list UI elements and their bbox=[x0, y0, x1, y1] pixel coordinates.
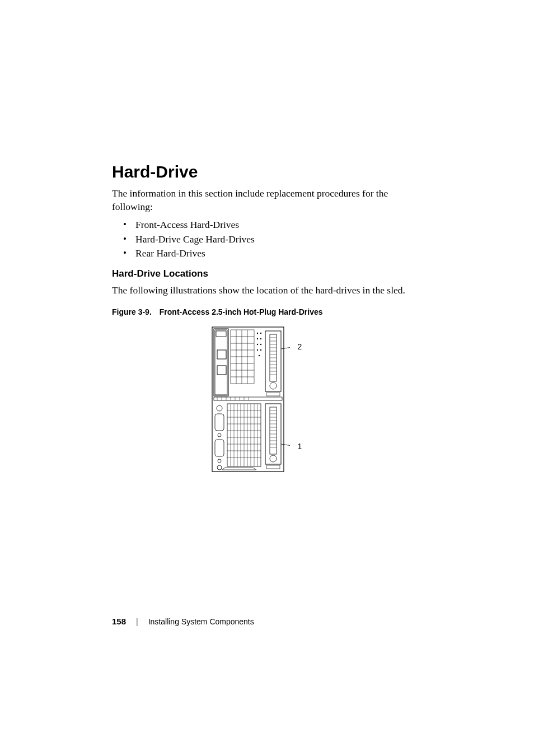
page: Hard-Drive The information in this secti… bbox=[0, 0, 534, 756]
svg-rect-2 bbox=[217, 350, 226, 359]
section-title: Installing System Components bbox=[148, 617, 254, 626]
svg-point-54 bbox=[217, 465, 222, 470]
list-item: Front-Access Hard-Drives bbox=[112, 218, 423, 232]
list-item: Rear Hard-Drives bbox=[112, 246, 423, 260]
content-area: Hard-Drive The information in this secti… bbox=[112, 162, 423, 475]
svg-point-20 bbox=[260, 344, 261, 345]
svg-point-38 bbox=[270, 382, 277, 389]
svg-rect-52 bbox=[215, 440, 224, 456]
svg-point-18 bbox=[260, 338, 261, 339]
svg-point-21 bbox=[256, 349, 257, 351]
page-footer: 158 | Installing System Components bbox=[112, 617, 254, 626]
svg-point-53 bbox=[218, 459, 221, 463]
list-item: Hard-Drive Cage Hard-Drives bbox=[112, 232, 423, 246]
svg-rect-39 bbox=[266, 393, 280, 396]
subheading-locations: Hard-Drive Locations bbox=[112, 268, 423, 279]
intro-paragraph: The information in this section include … bbox=[112, 187, 423, 213]
heading-hard-drive: Hard-Drive bbox=[112, 162, 423, 181]
page-number: 158 bbox=[112, 617, 126, 626]
svg-rect-88 bbox=[266, 465, 280, 469]
svg-point-49 bbox=[217, 405, 222, 411]
footer-separator: | bbox=[136, 617, 138, 626]
svg-rect-50 bbox=[215, 414, 224, 431]
svg-point-23 bbox=[258, 355, 259, 356]
figure-diagram: 2 1 bbox=[212, 326, 324, 475]
callout-2: 2 bbox=[298, 342, 302, 351]
figure-number: Figure 3-9. bbox=[112, 307, 152, 316]
svg-point-22 bbox=[260, 349, 261, 351]
svg-point-87 bbox=[270, 455, 277, 462]
svg-point-15 bbox=[256, 333, 257, 334]
bullet-list: Front-Access Hard-Drives Hard-Drive Cage… bbox=[112, 218, 423, 260]
svg-rect-40 bbox=[214, 397, 282, 400]
figure-wrap: 2 1 bbox=[112, 326, 423, 475]
svg-point-19 bbox=[256, 344, 257, 345]
svg-rect-3 bbox=[217, 366, 226, 375]
figure-caption: Figure 3-9.Front-Access 2.5-inch Hot-Plu… bbox=[112, 307, 423, 316]
svg-point-51 bbox=[218, 433, 221, 437]
svg-rect-1 bbox=[214, 329, 228, 396]
sled-illustration bbox=[212, 326, 290, 472]
svg-point-16 bbox=[260, 333, 261, 334]
body-paragraph: The following illustrations show the loc… bbox=[112, 284, 423, 297]
figure-title: Front-Access 2.5-inch Hot-Plug Hard-Driv… bbox=[160, 307, 323, 316]
svg-point-17 bbox=[256, 338, 257, 339]
callout-1: 1 bbox=[298, 442, 302, 451]
